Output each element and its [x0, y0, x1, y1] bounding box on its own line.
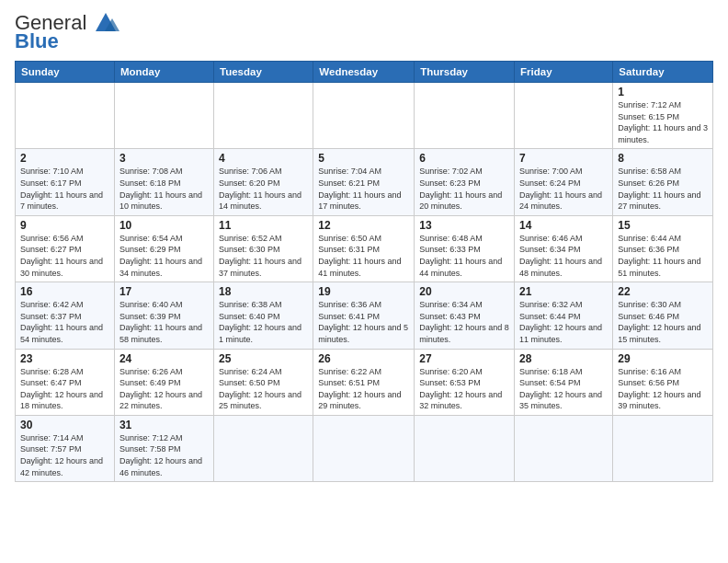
- day-number: 15: [618, 219, 708, 232]
- weekday-header-monday: Monday: [114, 62, 213, 83]
- week-row-3: 9Sunrise: 6:56 AM Sunset: 6:27 PM Daylig…: [16, 215, 713, 282]
- day-number: 24: [119, 352, 209, 365]
- weekday-header-tuesday: Tuesday: [214, 62, 313, 83]
- week-row-5: 23Sunrise: 6:28 AM Sunset: 6:47 PM Dayli…: [16, 349, 713, 415]
- page: General Blue SundayMondayTuesdayWednesda…: [0, 0, 728, 563]
- weekday-header-wednesday: Wednesday: [313, 62, 415, 83]
- week-row-6: 30Sunrise: 7:14 AM Sunset: 7:57 PM Dayli…: [16, 415, 713, 481]
- calendar-cell: 24Sunrise: 6:26 AM Sunset: 6:49 PM Dayli…: [114, 349, 213, 415]
- day-info: Sunrise: 7:12 AM Sunset: 7:58 PM Dayligh…: [119, 432, 209, 478]
- calendar-cell: 1Sunrise: 7:12 AM Sunset: 6:15 PM Daylig…: [613, 83, 713, 149]
- calendar-table: SundayMondayTuesdayWednesdayThursdayFrid…: [15, 61, 713, 482]
- day-info: Sunrise: 6:30 AM Sunset: 6:46 PM Dayligh…: [618, 299, 708, 345]
- calendar-cell: 25Sunrise: 6:24 AM Sunset: 6:50 PM Dayli…: [214, 349, 313, 415]
- day-info: Sunrise: 6:52 AM Sunset: 6:30 PM Dayligh…: [219, 233, 308, 279]
- day-info: Sunrise: 6:28 AM Sunset: 6:47 PM Dayligh…: [20, 366, 109, 412]
- calendar-cell: 20Sunrise: 6:34 AM Sunset: 6:43 PM Dayli…: [415, 282, 515, 349]
- day-info: Sunrise: 7:02 AM Sunset: 6:23 PM Dayligh…: [419, 166, 509, 212]
- calendar-cell: 19Sunrise: 6:36 AM Sunset: 6:41 PM Dayli…: [313, 282, 415, 349]
- day-info: Sunrise: 6:22 AM Sunset: 6:51 PM Dayligh…: [318, 366, 409, 412]
- weekday-header-row: SundayMondayTuesdayWednesdayThursdayFrid…: [16, 62, 713, 83]
- weekday-header-sunday: Sunday: [16, 62, 115, 83]
- day-number: 26: [318, 352, 409, 365]
- calendar-cell: [415, 415, 515, 481]
- calendar-cell: 15Sunrise: 6:44 AM Sunset: 6:36 PM Dayli…: [613, 215, 713, 282]
- calendar-cell: [313, 83, 415, 149]
- day-info: Sunrise: 7:08 AM Sunset: 6:18 PM Dayligh…: [119, 166, 209, 212]
- day-info: Sunrise: 6:40 AM Sunset: 6:39 PM Dayligh…: [119, 299, 209, 345]
- week-row-1: 1Sunrise: 7:12 AM Sunset: 6:15 PM Daylig…: [16, 83, 713, 149]
- week-row-2: 2Sunrise: 7:10 AM Sunset: 6:17 PM Daylig…: [16, 149, 713, 215]
- day-info: Sunrise: 6:18 AM Sunset: 6:54 PM Dayligh…: [519, 366, 608, 412]
- day-number: 7: [519, 152, 608, 165]
- calendar-cell: 21Sunrise: 6:32 AM Sunset: 6:44 PM Dayli…: [515, 282, 613, 349]
- day-number: 19: [318, 285, 409, 298]
- day-info: Sunrise: 7:14 AM Sunset: 7:57 PM Dayligh…: [20, 432, 109, 478]
- calendar-cell: 3Sunrise: 7:08 AM Sunset: 6:18 PM Daylig…: [114, 149, 213, 215]
- day-number: 30: [20, 419, 109, 431]
- calendar-cell: 13Sunrise: 6:48 AM Sunset: 6:33 PM Dayli…: [415, 215, 515, 282]
- day-number: 10: [119, 219, 209, 232]
- logo-icon: [88, 9, 123, 35]
- logo: General Blue: [15, 11, 123, 53]
- calendar-cell: 23Sunrise: 6:28 AM Sunset: 6:47 PM Dayli…: [16, 349, 115, 415]
- weekday-header-saturday: Saturday: [613, 62, 713, 83]
- day-info: Sunrise: 6:46 AM Sunset: 6:34 PM Dayligh…: [519, 233, 608, 279]
- calendar-cell: [613, 415, 713, 481]
- calendar-cell: 6Sunrise: 7:02 AM Sunset: 6:23 PM Daylig…: [415, 149, 515, 215]
- day-number: 28: [519, 352, 608, 365]
- calendar-cell: 12Sunrise: 6:50 AM Sunset: 6:31 PM Dayli…: [313, 215, 415, 282]
- weekday-header-thursday: Thursday: [415, 62, 515, 83]
- calendar-cell: 16Sunrise: 6:42 AM Sunset: 6:37 PM Dayli…: [16, 282, 115, 349]
- day-number: 22: [618, 285, 708, 298]
- calendar-cell: 29Sunrise: 6:16 AM Sunset: 6:56 PM Dayli…: [613, 349, 713, 415]
- day-number: 18: [219, 285, 308, 298]
- calendar-cell: 14Sunrise: 6:46 AM Sunset: 6:34 PM Dayli…: [515, 215, 613, 282]
- day-info: Sunrise: 6:20 AM Sunset: 6:53 PM Dayligh…: [419, 366, 509, 412]
- calendar-cell: 27Sunrise: 6:20 AM Sunset: 6:53 PM Dayli…: [415, 349, 515, 415]
- calendar-cell: 7Sunrise: 7:00 AM Sunset: 6:24 PM Daylig…: [515, 149, 613, 215]
- calendar-cell: 31Sunrise: 7:12 AM Sunset: 7:58 PM Dayli…: [114, 415, 213, 481]
- day-number: 11: [219, 219, 308, 232]
- day-number: 31: [119, 419, 209, 431]
- day-number: 27: [419, 352, 509, 365]
- calendar-cell: 30Sunrise: 7:14 AM Sunset: 7:57 PM Dayli…: [16, 415, 115, 481]
- day-number: 16: [20, 285, 109, 298]
- day-info: Sunrise: 6:56 AM Sunset: 6:27 PM Dayligh…: [20, 233, 109, 279]
- day-number: 5: [318, 152, 409, 165]
- day-number: 4: [219, 152, 308, 165]
- calendar-cell: [114, 83, 213, 149]
- calendar-cell: [16, 83, 115, 149]
- day-number: 1: [618, 86, 708, 98]
- day-number: 13: [419, 219, 509, 232]
- calendar-cell: 17Sunrise: 6:40 AM Sunset: 6:39 PM Dayli…: [114, 282, 213, 349]
- day-info: Sunrise: 7:06 AM Sunset: 6:20 PM Dayligh…: [219, 166, 308, 212]
- day-number: 25: [219, 352, 308, 365]
- day-number: 2: [20, 152, 109, 165]
- day-info: Sunrise: 6:38 AM Sunset: 6:40 PM Dayligh…: [219, 299, 308, 345]
- day-info: Sunrise: 6:34 AM Sunset: 6:43 PM Dayligh…: [419, 299, 509, 345]
- calendar-cell: 28Sunrise: 6:18 AM Sunset: 6:54 PM Dayli…: [515, 349, 613, 415]
- header: General Blue: [15, 11, 713, 53]
- day-number: 17: [119, 285, 209, 298]
- calendar-cell: [313, 415, 415, 481]
- calendar-cell: 4Sunrise: 7:06 AM Sunset: 6:20 PM Daylig…: [214, 149, 313, 215]
- calendar-cell: [214, 415, 313, 481]
- day-number: 12: [318, 219, 409, 232]
- day-info: Sunrise: 6:32 AM Sunset: 6:44 PM Dayligh…: [519, 299, 608, 345]
- calendar-cell: 10Sunrise: 6:54 AM Sunset: 6:29 PM Dayli…: [114, 215, 213, 282]
- calendar-cell: [515, 83, 613, 149]
- day-info: Sunrise: 6:54 AM Sunset: 6:29 PM Dayligh…: [119, 233, 209, 279]
- calendar-cell: [415, 83, 515, 149]
- calendar-cell: 9Sunrise: 6:56 AM Sunset: 6:27 PM Daylig…: [16, 215, 115, 282]
- weekday-header-friday: Friday: [515, 62, 613, 83]
- day-number: 9: [20, 219, 109, 232]
- calendar-cell: [214, 83, 313, 149]
- day-info: Sunrise: 7:00 AM Sunset: 6:24 PM Dayligh…: [519, 166, 608, 212]
- day-number: 6: [419, 152, 509, 165]
- day-info: Sunrise: 6:58 AM Sunset: 6:26 PM Dayligh…: [618, 166, 708, 212]
- calendar-cell: 2Sunrise: 7:10 AM Sunset: 6:17 PM Daylig…: [16, 149, 115, 215]
- day-number: 14: [519, 219, 608, 232]
- calendar-cell: 26Sunrise: 6:22 AM Sunset: 6:51 PM Dayli…: [313, 349, 415, 415]
- day-info: Sunrise: 6:42 AM Sunset: 6:37 PM Dayligh…: [20, 299, 109, 345]
